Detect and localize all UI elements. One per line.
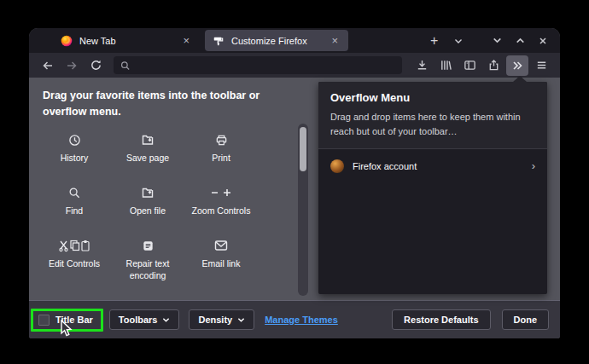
overflow-panel-description: Drag and drop items here to keep them wi… xyxy=(330,110,537,138)
app-menu-button[interactable] xyxy=(530,55,552,76)
tab-label: Customize Firefox xyxy=(231,36,329,46)
tab-customize-firefox[interactable]: Customize Firefox × xyxy=(205,30,348,51)
reload-button[interactable] xyxy=(85,55,107,76)
navigation-toolbar xyxy=(29,53,560,78)
forward-button[interactable] xyxy=(61,55,83,76)
palette-item-save-page[interactable]: Save page xyxy=(111,125,184,178)
chevron-down-icon xyxy=(162,316,170,324)
firefox-window: New Tab × Customize Firefox × + xyxy=(29,28,560,338)
overflow-panel-title: Overflow Menu xyxy=(330,91,535,104)
maximize-button[interactable] xyxy=(515,35,526,46)
save-page-icon xyxy=(141,132,155,147)
chevron-down-icon xyxy=(237,316,245,324)
reload-icon xyxy=(90,59,102,72)
customize-content: Drag your favorite items into the toolba… xyxy=(29,78,560,300)
library-icon xyxy=(440,59,452,72)
back-arrow-icon xyxy=(41,59,55,72)
library-button[interactable] xyxy=(434,55,457,76)
palette-item-print[interactable]: Print xyxy=(184,125,258,178)
url-bar[interactable] xyxy=(114,56,402,74)
done-button[interactable]: Done xyxy=(502,309,550,330)
close-window-button[interactable] xyxy=(538,36,548,46)
overflow-panel-header: Overflow Menu Drag and drop items here t… xyxy=(318,82,547,148)
firefox-account-avatar xyxy=(330,159,344,173)
search-icon xyxy=(120,61,130,71)
new-tab-button[interactable]: + xyxy=(430,34,438,48)
chevron-right-icon: › xyxy=(532,159,535,172)
palette-item-label: Edit Controls xyxy=(39,257,109,269)
paint-roller-icon xyxy=(213,35,225,47)
tab-label: New Tab xyxy=(79,36,180,46)
palette-item-label: Find xyxy=(39,205,109,217)
back-button[interactable] xyxy=(37,55,59,76)
email-link-icon xyxy=(214,238,228,253)
title-bar-checkbox[interactable] xyxy=(38,315,50,326)
minimize-button[interactable] xyxy=(492,35,503,46)
palette-item-label: Save page xyxy=(113,152,183,164)
palette-item-repair-text-encoding[interactable]: Repair text encoding xyxy=(111,231,184,284)
close-icon xyxy=(538,36,548,46)
manage-themes-link[interactable]: Manage Themes xyxy=(265,315,338,325)
palette-item-open-file[interactable]: Open file xyxy=(111,178,184,231)
overflow-item-firefox-account[interactable]: Firefox account › xyxy=(318,148,547,182)
share-icon xyxy=(487,59,500,72)
chevron-down-icon xyxy=(492,35,503,46)
widget-palette: History Save page Print Find xyxy=(38,125,258,284)
toolbars-dropdown[interactable]: Toolbars xyxy=(109,309,180,330)
overflow-item-label: Firefox account xyxy=(353,161,523,171)
palette-item-label: Zoom Controls xyxy=(186,205,256,217)
sidebar-button[interactable] xyxy=(458,55,481,76)
find-icon xyxy=(68,185,81,200)
repair-text-encoding-icon xyxy=(142,238,155,253)
overflow-menu-button[interactable] xyxy=(506,55,528,76)
palette-item-label: Email link xyxy=(186,257,256,269)
downloads-button[interactable] xyxy=(411,55,433,76)
panel-notch xyxy=(513,76,527,82)
window-controls xyxy=(492,35,548,46)
url-input[interactable] xyxy=(135,61,395,71)
palette-scrollbar[interactable] xyxy=(298,124,308,296)
palette-item-edit-controls[interactable]: Edit Controls xyxy=(38,231,111,284)
density-dropdown[interactable]: Density xyxy=(189,309,254,330)
density-label: Density xyxy=(198,315,232,325)
chevron-up-icon xyxy=(515,35,526,46)
open-file-icon xyxy=(141,185,155,200)
palette-item-label: History xyxy=(39,152,109,164)
forward-arrow-icon xyxy=(65,59,79,72)
zoom-controls-icon xyxy=(210,185,232,200)
customize-instruction: Drag your favorite items into the toolba… xyxy=(43,88,299,121)
list-all-tabs-button[interactable] xyxy=(453,36,464,46)
edit-controls-icon xyxy=(59,238,90,253)
palette-item-label: Open file xyxy=(113,205,183,217)
chevron-down-icon xyxy=(453,36,464,46)
firefox-logo-icon xyxy=(61,35,73,47)
palette-item-zoom-controls[interactable]: Zoom Controls xyxy=(184,178,258,231)
tab-close-icon[interactable]: × xyxy=(180,34,192,47)
toolbars-label: Toolbars xyxy=(119,315,158,325)
palette-item-find[interactable]: Find xyxy=(38,178,111,231)
download-icon xyxy=(416,59,429,72)
restore-defaults-button[interactable]: Restore Defaults xyxy=(392,309,490,330)
palette-item-history[interactable]: History xyxy=(38,125,111,178)
print-icon xyxy=(215,132,228,147)
palette-item-label: Print xyxy=(186,152,256,164)
palette-item-label: Repair text encoding xyxy=(113,257,183,281)
customize-footer: Title Bar Toolbars Density Manage Themes… xyxy=(29,300,560,338)
mouse-cursor xyxy=(60,320,73,338)
history-clock-icon xyxy=(68,132,81,147)
tab-bar: New Tab × Customize Firefox × + xyxy=(29,28,560,53)
overflow-chevrons-icon xyxy=(510,59,524,72)
scrollbar-thumb[interactable] xyxy=(300,127,306,171)
share-button[interactable] xyxy=(482,55,504,76)
overflow-menu-panel: Overflow Menu Drag and drop items here t… xyxy=(318,82,547,294)
tab-close-icon[interactable]: × xyxy=(329,34,341,47)
sidebar-icon xyxy=(464,59,476,72)
hamburger-menu-icon xyxy=(535,59,548,72)
tab-new-tab[interactable]: New Tab × xyxy=(53,30,200,51)
palette-item-email-link[interactable]: Email link xyxy=(184,231,258,284)
